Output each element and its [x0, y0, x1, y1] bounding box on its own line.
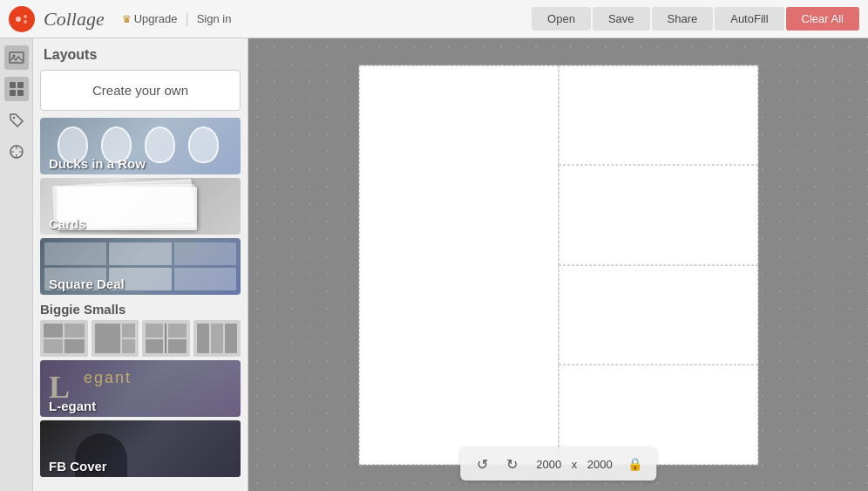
- width-input[interactable]: [530, 458, 568, 471]
- svg-rect-8: [17, 90, 24, 96]
- logo-text: Collage: [44, 8, 105, 31]
- size-display: x: [530, 458, 620, 471]
- upgrade-link[interactable]: ♛ Upgrade: [122, 12, 178, 25]
- layout-fbcover-label: FB Cover: [40, 455, 241, 477]
- redo-button[interactable]: ↻: [500, 452, 525, 476]
- create-own-button[interactable]: Create your own: [40, 70, 241, 111]
- biggie-thumbs: [40, 320, 241, 357]
- logo-icon: [9, 6, 35, 32]
- sidebar: Layouts Create your own Ducks in a Row: [0, 38, 248, 491]
- size-separator: x: [572, 458, 578, 471]
- layouts-header: Layouts: [33, 38, 248, 70]
- biggie-thumb-1[interactable]: [40, 320, 88, 357]
- main: Layouts Create your own Ducks in a Row: [0, 38, 868, 491]
- lock-icon[interactable]: 🔒: [624, 455, 646, 473]
- clear-all-button[interactable]: Clear All: [786, 7, 859, 31]
- crown-icon: ♛: [122, 13, 132, 25]
- svg-rect-5: [10, 82, 16, 88]
- layouts-panel: Layouts Create your own Ducks in a Row: [33, 38, 248, 491]
- signin-link[interactable]: Sign in: [197, 12, 232, 25]
- undo-button[interactable]: ↺: [471, 452, 495, 476]
- canvas-cell-1[interactable]: [559, 65, 758, 166]
- canvas-area: ↺ ↻ x 🔒: [248, 38, 868, 491]
- layout-ducks-label: Ducks in a Row: [40, 153, 241, 174]
- grid-icon[interactable]: [4, 77, 29, 101]
- collage-canvas: [358, 65, 759, 466]
- layout-cards-label: Cards: [40, 213, 241, 235]
- svg-point-4: [12, 55, 15, 58]
- topbar: Collage ♛ Upgrade | Sign in Open Save Sh…: [0, 0, 868, 38]
- image-icon[interactable]: [4, 45, 29, 70]
- layout-item-ducks[interactable]: Ducks in a Row: [40, 118, 241, 174]
- logo-area: Collage ♛ Upgrade | Sign in: [9, 6, 257, 32]
- biggie-thumb-2[interactable]: [92, 320, 139, 357]
- biggie-smalls-section: Biggie Smalls: [40, 298, 241, 357]
- open-button[interactable]: Open: [532, 7, 591, 31]
- svg-point-9: [12, 117, 14, 119]
- share-button[interactable]: Share: [652, 7, 714, 31]
- layout-item-cards[interactable]: Cards: [40, 178, 241, 235]
- canvas-cell-large[interactable]: [359, 65, 559, 465]
- icon-strip: [0, 38, 33, 491]
- paint-icon[interactable]: [4, 140, 29, 164]
- autofill-button[interactable]: AutoFill: [715, 7, 783, 31]
- svg-point-2: [24, 20, 27, 24]
- layout-item-fbcover[interactable]: FB Cover: [40, 420, 241, 477]
- height-input[interactable]: [580, 458, 619, 471]
- layouts-scroll[interactable]: Create your own Ducks in a Row: [33, 70, 248, 491]
- biggie-thumb-3[interactable]: [142, 320, 190, 357]
- tag-icon[interactable]: [4, 108, 29, 133]
- svg-rect-7: [10, 90, 16, 96]
- layout-item-legant[interactable]: L egant L-egant: [40, 360, 241, 417]
- canvas-cell-3[interactable]: [559, 265, 758, 365]
- svg-rect-3: [10, 52, 24, 63]
- svg-rect-6: [17, 82, 24, 88]
- layout-square-label: Square Deal: [40, 273, 241, 295]
- biggie-thumb-4[interactable]: [193, 320, 241, 357]
- canvas-cell-2[interactable]: [559, 165, 758, 265]
- svg-point-1: [24, 15, 27, 18]
- top-nav: ♛ Upgrade | Sign in: [122, 11, 232, 27]
- biggie-smalls-label: Biggie Smalls: [40, 298, 241, 320]
- layout-legant-label: L-egant: [40, 395, 241, 417]
- svg-point-0: [16, 17, 21, 22]
- layout-item-square[interactable]: Square Deal: [40, 238, 241, 295]
- toolbar-buttons: Open Save Share AutoFill Clear All: [532, 7, 859, 31]
- save-button[interactable]: Save: [593, 7, 650, 31]
- bottom-bar: ↺ ↻ x 🔒: [460, 447, 657, 481]
